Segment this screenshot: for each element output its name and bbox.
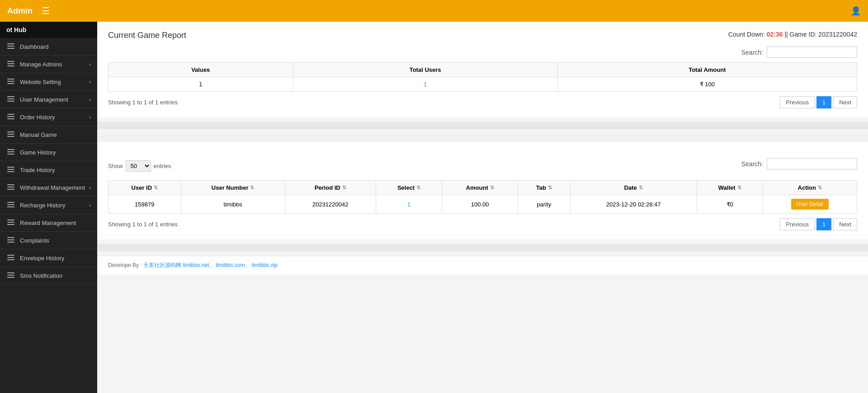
top-next-button[interactable]: Next	[833, 96, 857, 108]
top-table-body: 11₹ 100	[108, 77, 857, 92]
top-previous-button[interactable]: Previous	[780, 96, 815, 108]
sidebar-label-reward-management: Reward Management	[20, 220, 76, 226]
second-showing: Showing 1 to 1 of 1 entries	[108, 221, 178, 228]
sidebar-label-complaints: Complaints	[20, 237, 49, 244]
sidebar-icon-order-history	[6, 113, 15, 121]
svg-rect-25	[7, 187, 14, 187]
sidebar-label-sms-notification: Sms Notification	[20, 272, 62, 279]
col-user-number: User Number⇅	[181, 181, 285, 195]
svg-rect-8	[7, 83, 14, 84]
footer-link-1[interactable]: 天美社区源码网 timibbs.net	[143, 262, 209, 268]
sidebar-icon-recharge-history	[6, 201, 15, 209]
sidebar-item-withdrawal-management[interactable]: Withdrawal Management‹	[0, 179, 97, 196]
second-next-button[interactable]: Next	[833, 218, 857, 230]
sidebar-item-website-setting[interactable]: Website Setting‹	[0, 73, 97, 91]
report-header: Current Game Report Count Down: 02:36 ||…	[108, 31, 857, 40]
chevron-icon-order-history: ‹	[89, 114, 91, 120]
svg-rect-3	[7, 61, 14, 62]
col-tab: Tab⇅	[518, 181, 570, 195]
svg-rect-17	[7, 136, 14, 137]
svg-rect-38	[7, 259, 14, 260]
chevron-icon-manage-admins: ‹	[89, 61, 91, 67]
report-meta: Count Down: 02:36 || Game ID: 2023122004…	[728, 31, 857, 38]
cell-date: 2023-12-20 02:28:47	[570, 195, 697, 214]
svg-rect-2	[7, 48, 14, 49]
sidebar-item-sms-notification[interactable]: Sms Notification	[0, 267, 97, 285]
sidebar-label-dashboard: Dashboard	[20, 43, 49, 50]
sidebar-item-complaints[interactable]: Complaints	[0, 232, 97, 249]
footer-link-2[interactable]: timibbs.com	[216, 262, 245, 268]
user-detail-button[interactable]: User Detail	[791, 199, 829, 210]
total-users-link[interactable]: 1	[424, 81, 427, 88]
sidebar-item-user-management[interactable]: User Management‹	[0, 91, 97, 108]
col-date: Date⇅	[570, 181, 697, 195]
user-icon[interactable]: 👤	[851, 6, 861, 16]
sidebar-item-trade-history[interactable]: Trade History	[0, 161, 97, 179]
footer-link-3[interactable]: timibbs.vip	[252, 262, 278, 268]
entries-select[interactable]: 50 25 10 100	[126, 160, 151, 172]
table-controls: Show 50 25 10 100 entries Search:	[108, 158, 857, 174]
chevron-icon-user-management: ‹	[89, 97, 91, 102]
second-search-input[interactable]	[767, 158, 857, 169]
sidebar-icon-complaints	[6, 237, 15, 244]
sidebar-nav: DashboardManage Admins‹Website Setting‹U…	[0, 38, 97, 285]
top-table: Values Total Users Total Amount 11₹ 100	[108, 62, 857, 92]
sidebar-item-reward-management[interactable]: Reward Management	[0, 214, 97, 232]
col-action: Action⇅	[763, 181, 857, 195]
sidebar-item-envelope-history[interactable]: Envelope History	[0, 249, 97, 267]
second-search-label: Search:	[741, 160, 763, 168]
svg-rect-35	[7, 242, 14, 243]
cell-action[interactable]: User Detail	[763, 195, 857, 214]
sidebar-icon-game-history	[6, 149, 15, 156]
col-wallet: Wallet⇅	[697, 181, 763, 195]
sidebar-label-game-history: Game History	[20, 149, 56, 156]
svg-rect-22	[7, 169, 14, 170]
svg-rect-27	[7, 202, 14, 203]
top-col-values: Values	[108, 63, 293, 77]
countdown-value: 02:36	[767, 31, 783, 38]
svg-rect-21	[7, 167, 14, 168]
sidebar-label-withdrawal-management: Withdrawal Management	[20, 184, 85, 191]
sidebar-item-recharge-history[interactable]: Recharge History‹	[0, 196, 97, 214]
sidebar-icon-withdrawal-management	[6, 184, 15, 191]
table-row: 159879timibbs202312200421100.00parity202…	[108, 195, 857, 214]
cell-values: 1	[108, 77, 293, 92]
cell-select: 1	[376, 195, 442, 214]
chevron-icon-withdrawal-management: ‹	[89, 185, 91, 190]
sidebar-label-manual-game: Manual Game	[20, 131, 57, 138]
show-entries: Show 50 25 10 100 entries	[108, 160, 171, 172]
svg-rect-0	[7, 43, 14, 44]
sidebar-item-game-history[interactable]: Game History	[0, 144, 97, 161]
show-label: Show	[108, 163, 123, 169]
sidebar-item-dashboard[interactable]: Dashboard	[0, 38, 97, 56]
sidebar-label-manage-admins: Manage Admins	[20, 61, 62, 68]
svg-rect-4	[7, 63, 14, 64]
sidebar-item-manage-admins[interactable]: Manage Admins‹	[0, 56, 97, 73]
second-previous-button[interactable]: Previous	[780, 218, 815, 230]
svg-rect-29	[7, 206, 14, 207]
bottom-scrollbar[interactable]	[97, 244, 868, 251]
top-search-input[interactable]	[767, 47, 857, 58]
svg-rect-20	[7, 154, 14, 154]
top-table-header-row: Values Total Users Total Amount	[108, 63, 857, 77]
top-page-1-button[interactable]: 1	[816, 96, 831, 108]
sidebar-icon-envelope-history	[6, 254, 15, 262]
countdown-label: Count Down:	[728, 31, 765, 38]
top-scrollbar[interactable]	[97, 122, 868, 129]
section-divider	[97, 134, 868, 142]
hamburger-icon[interactable]: ☰	[42, 5, 50, 16]
second-pagination-row: Showing 1 to 1 of 1 entries Previous 1 N…	[108, 218, 857, 230]
sidebar-item-manual-game[interactable]: Manual Game	[0, 126, 97, 144]
top-col-total-users: Total Users	[293, 63, 557, 77]
footer-prefix: Develope By :	[108, 262, 143, 268]
sidebar-label-envelope-history: Envelope History	[20, 255, 64, 262]
col-user-id: User ID⇅	[108, 181, 181, 195]
second-page-1-button[interactable]: 1	[816, 218, 831, 230]
select-link[interactable]: 1	[407, 201, 410, 208]
sidebar-label-order-history: Order History	[20, 114, 55, 121]
sidebar-icon-manage-admins	[6, 61, 15, 68]
sidebar-item-order-history[interactable]: Order History‹	[0, 108, 97, 126]
svg-rect-36	[7, 255, 14, 256]
cell-total-users: 1	[293, 77, 557, 92]
svg-rect-33	[7, 237, 14, 238]
